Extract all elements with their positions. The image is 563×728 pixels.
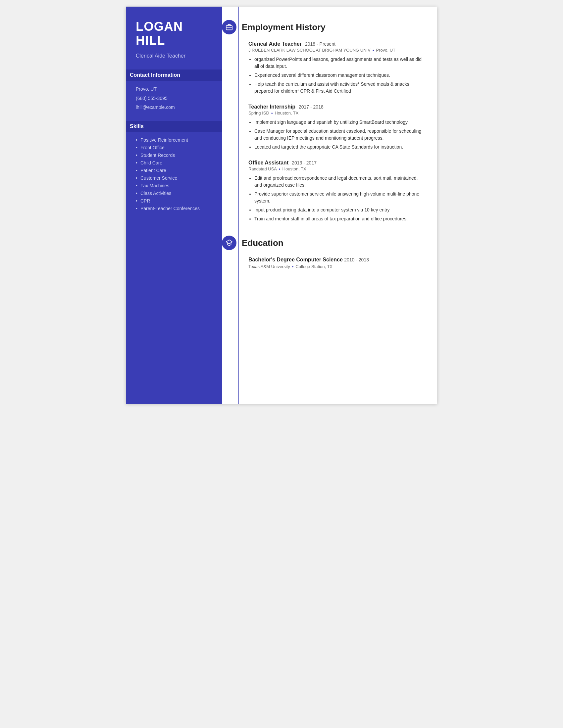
skill-item: Patient Care bbox=[136, 168, 212, 173]
skills-section: Skills Positive ReinforcementFront Offic… bbox=[136, 121, 212, 211]
job-entry: Teacher Internship 2017 - 2018 Spring IS… bbox=[248, 104, 424, 151]
company-name: Spring ISD bbox=[248, 111, 269, 115]
employment-section: Employment History Clerical Aide Teacher… bbox=[248, 20, 424, 222]
job-title: Clerical Aide Teacher bbox=[248, 41, 302, 47]
job-location: Provo, UT bbox=[376, 48, 396, 53]
dot-separator: • bbox=[292, 264, 294, 269]
contact-location: Provo, UT bbox=[136, 86, 212, 93]
job-bullets-list: Edit and proofread correspondence and le… bbox=[248, 175, 424, 222]
job-company: Randstad USA • Houston, TX bbox=[248, 166, 424, 171]
job-dates: 2017 - 2018 bbox=[299, 104, 324, 110]
edu-school: Texas A&M University • College Station, … bbox=[248, 264, 424, 269]
job-bullet: Case Manager for special education stude… bbox=[254, 128, 424, 142]
dot-separator: • bbox=[271, 111, 273, 115]
job-entry: Office Assistant 2013 - 2017 Randstad US… bbox=[248, 160, 424, 222]
job-bullet: Train and mentor staff in all areas of t… bbox=[254, 215, 424, 222]
job-title-row: Teacher Internship 2017 - 2018 bbox=[248, 104, 424, 110]
job-bullets-list: organized PowerPoints and lessons, grade… bbox=[248, 56, 424, 95]
skill-item: Front Office bbox=[136, 145, 212, 150]
job-title: Teacher Internship bbox=[248, 104, 296, 110]
candidate-name: LOGAN HILL bbox=[136, 20, 212, 48]
contact-phone: (680) 555-3095 bbox=[136, 95, 212, 102]
skill-item: Customer Service bbox=[136, 175, 212, 181]
job-bullet: Input product pricing data into a comput… bbox=[254, 206, 424, 213]
candidate-title: Clerical Aide Teacher bbox=[136, 52, 212, 60]
resume-container: LOGAN HILL Clerical Aide Teacher Contact… bbox=[126, 7, 437, 404]
skills-list: Positive ReinforcementFront OfficeStuden… bbox=[136, 137, 212, 211]
contact-email: lhill@example.com bbox=[136, 104, 212, 111]
skill-item: Parent-Teacher Conferences bbox=[136, 206, 212, 211]
sidebar: LOGAN HILL Clerical Aide Teacher Contact… bbox=[126, 7, 222, 404]
job-company: J RUEBEN CLARK LAW SCHOOL AT BRIGHAM YOU… bbox=[248, 48, 424, 53]
dot-separator: • bbox=[279, 166, 280, 171]
main-content: Employment History Clerical Aide Teacher… bbox=[222, 7, 437, 404]
edu-degree: Bachelor's Degree Computer Science 2010 … bbox=[248, 257, 424, 263]
skill-item: Positive Reinforcement bbox=[136, 137, 212, 143]
job-dates: 2018 - Present bbox=[305, 41, 336, 47]
job-bullet: Edit and proofread correspondence and le… bbox=[254, 175, 424, 189]
job-dates: 2013 - 2017 bbox=[292, 160, 317, 165]
employment-title: Employment History bbox=[242, 22, 326, 32]
company-name: J RUEBEN CLARK LAW SCHOOL AT BRIGHAM YOU… bbox=[248, 48, 371, 53]
contact-section: Contact Information Provo, UT (680) 555-… bbox=[136, 69, 212, 111]
job-title-row: Clerical Aide Teacher 2018 - Present bbox=[248, 41, 424, 47]
education-container: Bachelor's Degree Computer Science 2010 … bbox=[248, 257, 424, 269]
job-location: Houston, TX bbox=[283, 166, 306, 171]
dot-separator: • bbox=[373, 48, 374, 53]
education-header-row: Education bbox=[222, 236, 424, 250]
job-company: Spring ISD • Houston, TX bbox=[248, 111, 424, 115]
edu-years: 2010 - 2013 bbox=[344, 257, 369, 262]
education-entry: Bachelor's Degree Computer Science 2010 … bbox=[248, 257, 424, 269]
skill-item: Fax Machines bbox=[136, 183, 212, 188]
contact-header: Contact Information bbox=[126, 69, 222, 81]
skills-header: Skills bbox=[126, 121, 222, 132]
job-location: Houston, TX bbox=[274, 111, 299, 115]
graduation-icon bbox=[222, 236, 236, 250]
job-title-row: Office Assistant 2013 - 2017 bbox=[248, 160, 424, 166]
skill-item: CPR bbox=[136, 198, 212, 204]
company-name: Randstad USA bbox=[248, 166, 277, 171]
skill-item: Class Activities bbox=[136, 191, 212, 196]
briefcase-icon bbox=[222, 20, 236, 34]
job-bullet: organized PowerPoints and lessons, grade… bbox=[254, 56, 424, 70]
job-bullet: Experienced several different classroom … bbox=[254, 72, 424, 79]
job-bullet: Help teach the curriculum and assist wit… bbox=[254, 81, 424, 95]
job-bullet: Provide superior customer service while … bbox=[254, 191, 424, 205]
job-entry: Clerical Aide Teacher 2018 - Present J R… bbox=[248, 41, 424, 95]
jobs-container: Clerical Aide Teacher 2018 - Present J R… bbox=[248, 41, 424, 222]
job-bullet: Located and targeted the appropriate CA … bbox=[254, 144, 424, 151]
school-location: College Station, TX bbox=[296, 264, 333, 269]
school-name: Texas A&M University bbox=[248, 264, 290, 269]
svg-marker-2 bbox=[226, 240, 232, 244]
education-section: Education Bachelor's Degree Computer Sci… bbox=[248, 236, 424, 269]
employment-header-row: Employment History bbox=[222, 20, 424, 34]
skill-item: Student Records bbox=[136, 153, 212, 158]
job-bullets-list: Implement sign language and spanish by u… bbox=[248, 119, 424, 151]
timeline-line bbox=[238, 7, 239, 404]
job-title: Office Assistant bbox=[248, 160, 289, 166]
job-bullet: Implement sign language and spanish by u… bbox=[254, 119, 424, 126]
education-title: Education bbox=[242, 238, 284, 248]
skill-item: Child Care bbox=[136, 160, 212, 165]
